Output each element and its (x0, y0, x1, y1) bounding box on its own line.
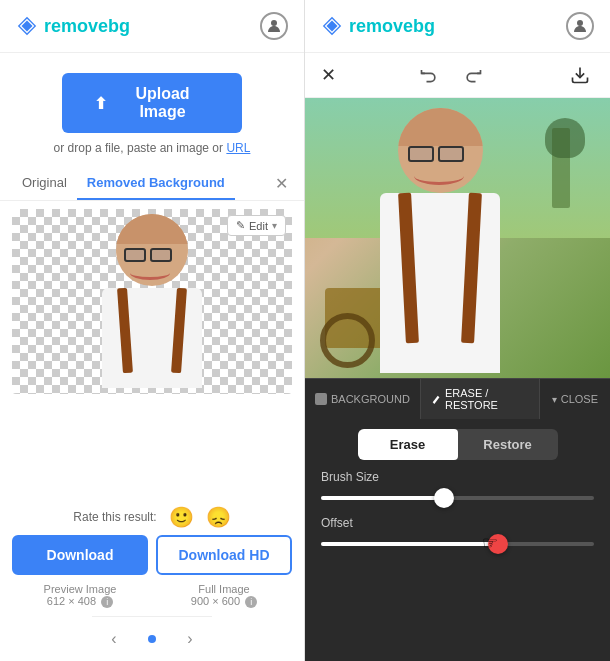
offset-thumb[interactable]: ☞ (488, 534, 508, 554)
close-tab-label: CLOSE (561, 393, 598, 405)
left-logo: removebg (16, 15, 260, 37)
image-info: Preview Image 612 × 408 i Full Image 900… (0, 583, 304, 616)
drop-text: or drop a file, paste an image or URL (54, 141, 251, 155)
preview-label: Preview Image (12, 583, 148, 595)
right-header: removebg (305, 0, 610, 53)
logo-icon (16, 15, 38, 37)
background-tab[interactable]: BACKGROUND (305, 379, 421, 419)
tab-original[interactable]: Original (12, 167, 77, 200)
erase-button[interactable]: Erase (358, 429, 458, 460)
close-tab[interactable]: ▾ CLOSE (540, 379, 610, 419)
brush-size-label: Brush Size (321, 470, 594, 484)
erase-restore-toggle: Erase Restore (358, 429, 558, 460)
upload-section: ⬆ Upload Image or drop a file, paste an … (0, 53, 304, 167)
right-logo-icon (321, 15, 343, 37)
image-preview-area: ✎ Edit ▾ (0, 201, 304, 499)
tab-close-icon[interactable]: ✕ (271, 170, 292, 197)
upload-button-label: Upload Image (115, 85, 210, 121)
nav-next-icon[interactable]: › (176, 625, 204, 653)
right-logo-text: removebg (349, 16, 435, 37)
erase-restore-tab-label: ERASE / RESTORE (445, 387, 529, 411)
brush-size-slider[interactable] (321, 496, 594, 500)
svg-point-3 (271, 20, 277, 26)
svg-rect-9 (315, 393, 327, 405)
tabs-row: Original Removed Background ✕ (0, 167, 304, 201)
thumbs-down-button[interactable]: 😞 (206, 505, 231, 529)
preview-size: 612 × 408 i (12, 595, 148, 608)
full-label: Full Image (156, 583, 292, 595)
full-size: 900 × 600 i (156, 595, 292, 608)
right-toolbar: ✕ (305, 53, 610, 98)
redo-button[interactable] (459, 61, 487, 89)
upload-button[interactable]: ⬆ Upload Image (62, 73, 242, 133)
preview-info: Preview Image 612 × 408 i (12, 583, 148, 608)
background-tab-label: BACKGROUND (331, 393, 410, 405)
download-row: Download Download HD (0, 535, 304, 583)
background-tab-icon (315, 393, 327, 405)
user-icon[interactable] (260, 12, 288, 40)
removed-bg-image (12, 209, 292, 394)
edit-button[interactable]: ✎ Edit ▾ (227, 215, 286, 236)
download-hd-button[interactable]: Download HD (156, 535, 292, 575)
restore-button[interactable]: Restore (458, 429, 558, 460)
nav-dot (148, 635, 156, 643)
nav-prev-icon[interactable]: ‹ (100, 625, 128, 653)
offset-slider[interactable]: ☞ (321, 542, 594, 546)
close-button[interactable]: ✕ (321, 64, 336, 86)
offset-label: Offset (321, 516, 594, 530)
erase-restore-tab[interactable]: ERASE / RESTORE (421, 379, 540, 419)
undo-button[interactable] (415, 61, 443, 89)
rate-section: Rate this result: 🙂 😞 (73, 499, 230, 535)
pencil-icon: ✎ (236, 219, 245, 232)
download-icon-button[interactable] (566, 61, 594, 89)
offset-section: Offset ☞ (321, 516, 594, 552)
preview-info-icon[interactable]: i (101, 596, 113, 608)
bottom-toolbar: BACKGROUND ERASE / RESTORE ▾ CLOSE (305, 378, 610, 419)
edit-button-label: Edit (249, 220, 268, 232)
chevron-down-icon: ▾ (272, 220, 277, 231)
brush-size-fill (321, 496, 444, 500)
brush-size-thumb[interactable] (434, 488, 454, 508)
left-header: removebg (0, 0, 304, 53)
rate-label: Rate this result: (73, 510, 156, 524)
brush-size-section: Brush Size (321, 470, 594, 506)
erase-tab-icon (431, 393, 441, 405)
tab-removed-bg[interactable]: Removed Background (77, 167, 235, 200)
full-info-icon[interactable]: i (245, 596, 257, 608)
logo-text: removebg (44, 16, 130, 37)
main-image-bg (305, 98, 610, 378)
url-link[interactable]: URL (226, 141, 250, 155)
download-button[interactable]: Download (12, 535, 148, 575)
right-user-icon[interactable] (566, 12, 594, 40)
thumbs-up-button[interactable]: 🙂 (169, 505, 194, 529)
left-bottom-nav: ‹ › (92, 616, 212, 661)
upload-icon: ⬆ (94, 94, 107, 113)
svg-point-7 (577, 20, 583, 26)
offset-fill (321, 542, 498, 546)
right-logo: removebg (321, 15, 566, 37)
right-panel: removebg ✕ (305, 0, 610, 661)
full-info: Full Image 900 × 600 i (156, 583, 292, 608)
left-panel: removebg ⬆ Upload Image or drop a file, … (0, 0, 305, 661)
main-image-container (305, 98, 610, 378)
erase-panel: Erase Restore Brush Size Offset ☞ (305, 419, 610, 661)
